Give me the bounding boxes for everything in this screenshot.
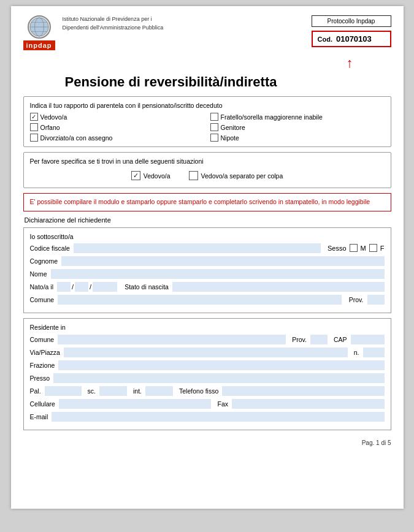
frazione-input[interactable]: [58, 360, 384, 370]
section-situazione: Per favore specifica se ti trovi in una …: [23, 152, 391, 188]
section-parentela: Indica il tuo rapporto di parentela con …: [23, 96, 391, 147]
comune-dichiarazione-input[interactable]: [58, 295, 342, 305]
n-input[interactable]: [363, 348, 385, 357]
frazione-label: Frazione: [30, 362, 55, 369]
header: inpdap Istituto Nazionale di Previdenza …: [23, 15, 391, 50]
cap-label: CAP: [334, 336, 347, 343]
arrow-up-icon: ↑: [347, 55, 353, 71]
presso-input[interactable]: [53, 373, 384, 383]
sesso-group: Sesso M F: [328, 244, 384, 252]
presso-row: Presso: [30, 373, 385, 383]
comune-dichiarazione-row: Comune Prov.: [30, 295, 385, 305]
prov-dichiarazione-input[interactable]: [367, 295, 385, 305]
situation-row: Vedovo/a Vedovo/a separato per colpa: [30, 169, 385, 183]
int-input[interactable]: [145, 386, 173, 396]
residente-prov-input[interactable]: [310, 335, 328, 344]
nome-row: Nome: [30, 269, 385, 279]
sc-input[interactable]: [99, 386, 127, 396]
pal-label: Pal.: [30, 387, 41, 395]
main-title: Pensione di reversibilità/indiretta: [65, 74, 391, 90]
checkbox-orfano[interactable]: Orfano: [30, 123, 204, 131]
email-input[interactable]: [52, 412, 384, 422]
comune-dichiarazione-label: Comune: [30, 296, 55, 303]
residente-section: Residente in Comune Prov. CAP Via/Piazza…: [23, 318, 391, 430]
cellulare-row: Cellulare Fax: [30, 399, 385, 409]
checkbox-nipote[interactable]: Nipote: [210, 134, 385, 142]
presso-label: Presso: [30, 374, 50, 382]
prov-dichiarazione-label: Prov.: [349, 296, 364, 303]
sesso-f-checkbox[interactable]: [369, 244, 377, 252]
page: inpdap Istituto Nazionale di Previdenza …: [11, 6, 404, 509]
cod-box: Cod. 01070103: [312, 31, 391, 47]
logo-globe: [28, 15, 51, 39]
codice-fiscale-label: Codice fiscale: [30, 245, 70, 252]
section-situazione-label: Per favore specifica se ti trovi in una …: [30, 158, 385, 165]
org-text: Istituto Nazionale di Previdenza per i D…: [63, 15, 312, 32]
checkbox-vedovosep-input[interactable]: [189, 171, 198, 180]
residente-title: Residente in: [30, 324, 385, 331]
fax-label: Fax: [217, 400, 228, 408]
logo-area: inpdap: [23, 15, 55, 50]
cognome-row: Cognome: [30, 256, 385, 266]
sc-label: sc.: [88, 387, 96, 395]
form-section-dichiarazione: Io sottoscritto/a Codice fiscale Sesso M…: [23, 227, 391, 313]
checkboxes-grid: Vedovo/a Fratello/sorella maggiorenne in…: [30, 113, 385, 142]
telefono-label: Telefono fisso: [179, 387, 218, 395]
nome-label: Nome: [30, 270, 47, 278]
date-mm[interactable]: [75, 282, 88, 292]
checkbox-orfano-input[interactable]: [30, 123, 38, 131]
cellulare-input[interactable]: [59, 399, 212, 409]
email-label: E-mail: [30, 413, 48, 420]
page-footer: Pag. 1 di 5: [23, 439, 391, 446]
pal-row: Pal. sc. int. Telefono fisso: [30, 386, 385, 396]
frazione-row: Frazione: [30, 360, 385, 370]
sesso-m-checkbox[interactable]: [350, 244, 358, 252]
residente-comune-label: Comune: [30, 336, 55, 343]
nato-label: Nato/a il: [30, 283, 54, 291]
date-dd[interactable]: [57, 282, 71, 292]
via-input[interactable]: [64, 348, 348, 357]
nome-input[interactable]: [51, 269, 385, 279]
telefono-input[interactable]: [222, 386, 384, 396]
checkbox-fratello-input[interactable]: [210, 113, 218, 121]
via-row: Via/Piazza n.: [30, 348, 385, 357]
protocol-box: Protocollo Inpdap: [312, 15, 391, 27]
cognome-label: Cognome: [30, 257, 58, 265]
codice-fiscale-input[interactable]: [74, 243, 321, 253]
nato-row: Nato/a il / / Stato di nascita: [30, 282, 385, 292]
checkbox-vedovo[interactable]: Vedovo/a: [30, 113, 204, 121]
int-label: int.: [133, 387, 142, 395]
stato-nascita-label: Stato di nascita: [125, 283, 169, 291]
via-label: Via/Piazza: [30, 349, 60, 356]
date-group: / /: [57, 282, 117, 292]
checkbox-divorziato-input[interactable]: [30, 134, 38, 142]
section-parentela-label: Indica il tuo rapporto di parentela con …: [30, 102, 385, 109]
checkbox-genitore[interactable]: Genitore: [210, 123, 385, 131]
residente-comune-input[interactable]: [58, 335, 286, 344]
stato-nascita-input[interactable]: [172, 282, 385, 292]
checkbox-vedovoa-input[interactable]: [131, 171, 140, 180]
email-row: E-mail: [30, 412, 385, 422]
codice-fiscale-row: Codice fiscale Sesso M F: [30, 243, 385, 253]
date-yyyy[interactable]: [93, 282, 117, 292]
residente-comune-row: Comune Prov. CAP: [30, 335, 385, 344]
residente-prov-label: Prov.: [292, 336, 307, 343]
inpdap-label: inpdap: [23, 40, 55, 50]
checkbox-vedovo-input[interactable]: [30, 113, 38, 121]
n-label: n.: [354, 349, 359, 356]
checkbox-divorziato[interactable]: Divorziato/a con assegno: [30, 134, 204, 142]
situation-vedovoa[interactable]: Vedovo/a: [131, 171, 171, 180]
cellulare-label: Cellulare: [30, 400, 55, 408]
pal-input[interactable]: [45, 386, 82, 396]
title-row: Pensione di reversibilità/indiretta: [23, 74, 391, 90]
notice-box: E' possibile compilare il modulo e stamp…: [23, 193, 391, 211]
io-sottoscritto-row: Io sottoscritto/a: [30, 233, 385, 240]
cognome-input[interactable]: [61, 256, 384, 266]
cap-input[interactable]: [351, 335, 385, 344]
checkbox-genitore-input[interactable]: [210, 123, 218, 131]
situation-vedovosep[interactable]: Vedovo/a separato per colpa: [189, 171, 283, 180]
fax-input[interactable]: [232, 399, 385, 409]
dichiarazione-title: Dichiarazione del richiedente: [23, 216, 391, 224]
checkbox-fratello[interactable]: Fratello/sorella maggiorenne inabile: [210, 113, 385, 121]
checkbox-nipote-input[interactable]: [210, 134, 218, 142]
